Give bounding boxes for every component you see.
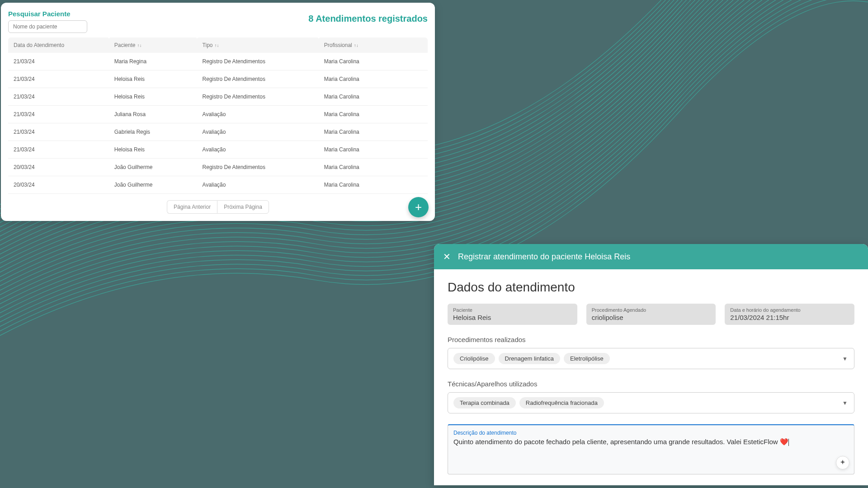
procedures-label: Procedimentos realizados xyxy=(448,336,854,343)
description-textarea[interactable]: Descrição do atendimento Quinto atendime… xyxy=(448,424,854,474)
add-button[interactable]: + xyxy=(408,197,429,217)
table-cell: Registro De Atendimentos xyxy=(197,53,319,70)
table-cell: Heloisa Reis xyxy=(109,70,197,88)
table-cell: Maria Carolina xyxy=(319,88,428,106)
procedures-select[interactable]: Criolipólise Drenagem linfatica Eletroli… xyxy=(448,348,854,369)
table-cell: Heloisa Reis xyxy=(109,141,197,159)
patient-field-value: Heloisa Reis xyxy=(453,314,572,321)
table-cell: Maria Carolina xyxy=(319,53,428,70)
assist-icon-button[interactable] xyxy=(836,456,849,469)
table-cell: 21/03/24 xyxy=(8,53,109,70)
chip[interactable]: Eletrolipólise xyxy=(564,353,610,364)
table-cell: 21/03/24 xyxy=(8,141,109,159)
table-cell: Maria Carolina xyxy=(319,159,428,176)
chip[interactable]: Criolipólise xyxy=(453,353,495,364)
column-professional[interactable]: Profissional↑↓ xyxy=(319,38,428,53)
table-cell: Avaliação xyxy=(197,141,319,159)
chip[interactable]: Drenagem linfatica xyxy=(499,353,560,364)
table-cell: 21/03/24 xyxy=(8,123,109,141)
table-cell: João Guilherme xyxy=(109,176,197,194)
section-title: Dados do atendimento xyxy=(448,280,854,295)
techniques-select[interactable]: Terapia combinada Radiofrequência fracio… xyxy=(448,392,854,413)
datetime-field-label: Data e horário do agendamento xyxy=(730,307,849,313)
table-cell: Avaliação xyxy=(197,123,319,141)
table-row[interactable]: 21/03/24Heloisa ReisRegistro De Atendime… xyxy=(8,88,428,106)
chevron-down-icon: ▼ xyxy=(842,356,848,362)
modal-title: Registrar atendimento do paciente Helois… xyxy=(458,252,630,262)
table-cell: Maria Carolina xyxy=(319,123,428,141)
table-row[interactable]: 21/03/24Maria ReginaRegistro De Atendime… xyxy=(8,53,428,70)
patient-field: Paciente Heloisa Reis xyxy=(448,304,577,325)
table-cell: Juliana Rosa xyxy=(109,106,197,123)
appointment-modal: ✕ Registrar atendimento do paciente Helo… xyxy=(434,244,868,485)
chevron-down-icon: ▼ xyxy=(842,400,848,406)
table-cell: Maria Carolina xyxy=(319,141,428,159)
table-cell: 20/03/24 xyxy=(8,159,109,176)
datetime-field-value: 21/03/2024 21:15hr xyxy=(730,314,849,321)
patient-field-label: Paciente xyxy=(453,307,572,313)
table-row[interactable]: 21/03/24Juliana RosaAvaliaçãoMaria Carol… xyxy=(8,106,428,123)
description-label: Descrição do atendimento xyxy=(453,430,849,436)
chip[interactable]: Terapia combinada xyxy=(453,397,516,408)
table-row[interactable]: 21/03/24Gabriela RegisAvaliaçãoMaria Car… xyxy=(8,123,428,141)
appointments-list-card: Pesquisar Paciente 8 Atendimentos regist… xyxy=(1,3,435,221)
table-cell: Registro De Atendimentos xyxy=(197,70,319,88)
modal-header: ✕ Registrar atendimento do paciente Helo… xyxy=(434,244,868,269)
search-input[interactable] xyxy=(8,20,87,33)
appointments-table: Data do Atendimento Paciente↑↓ Tipo↑↓ Pr… xyxy=(8,38,428,194)
table-cell: Maria Carolina xyxy=(319,70,428,88)
datetime-field: Data e horário do agendamento 21/03/2024… xyxy=(725,304,854,325)
chip[interactable]: Radiofrequência fracionada xyxy=(519,397,604,408)
table-cell: Gabriela Regis xyxy=(109,123,197,141)
table-cell: Heloisa Reis xyxy=(109,88,197,106)
table-cell: 21/03/24 xyxy=(8,70,109,88)
table-cell: 20/03/24 xyxy=(8,176,109,194)
search-title: Pesquisar Paciente xyxy=(8,10,87,18)
close-icon: ✕ xyxy=(443,252,451,262)
table-cell: Avaliação xyxy=(197,106,319,123)
close-button[interactable]: ✕ xyxy=(443,251,451,262)
column-patient[interactable]: Paciente↑↓ xyxy=(109,38,197,53)
table-row[interactable]: 21/03/24Heloisa ReisRegistro De Atendime… xyxy=(8,70,428,88)
count-title: 8 Atendimentos registrados xyxy=(308,14,428,24)
table-row[interactable]: 21/03/24Heloisa ReisAvaliaçãoMaria Carol… xyxy=(8,141,428,159)
techniques-label: Técnicas/Aparelhos utilizados xyxy=(448,380,854,388)
table-cell: João Guilherme xyxy=(109,159,197,176)
table-cell: Maria Carolina xyxy=(319,176,428,194)
plus-icon: + xyxy=(415,200,422,214)
next-page-button[interactable]: Próxima Página xyxy=(217,200,269,214)
table-cell: Avaliação xyxy=(197,176,319,194)
sort-icon: ↑↓ xyxy=(354,43,359,48)
table-row[interactable]: 20/03/24João GuilhermeAvaliaçãoMaria Car… xyxy=(8,176,428,194)
table-cell: 21/03/24 xyxy=(8,106,109,123)
column-date[interactable]: Data do Atendimento xyxy=(8,38,109,53)
sparkle-icon xyxy=(839,459,846,466)
table-cell: 21/03/24 xyxy=(8,88,109,106)
sort-icon: ↑↓ xyxy=(137,43,142,48)
procedure-field-label: Procedimento Agendado xyxy=(592,307,711,313)
procedure-field: Procedimento Agendado criolipolise xyxy=(586,304,716,325)
prev-page-button[interactable]: Página Anterior xyxy=(167,200,217,214)
procedure-field-value: criolipolise xyxy=(592,314,711,321)
sort-icon: ↑↓ xyxy=(215,43,219,48)
description-content: Quinto atendimento do pacote fechado pel… xyxy=(453,438,849,469)
table-cell: Maria Regina xyxy=(109,53,197,70)
table-row[interactable]: 20/03/24João GuilhermeRegistro De Atendi… xyxy=(8,159,428,176)
table-cell: Maria Carolina xyxy=(319,106,428,123)
table-cell: Registro De Atendimentos xyxy=(197,88,319,106)
column-type[interactable]: Tipo↑↓ xyxy=(197,38,319,53)
table-cell: Registro De Atendimentos xyxy=(197,159,319,176)
